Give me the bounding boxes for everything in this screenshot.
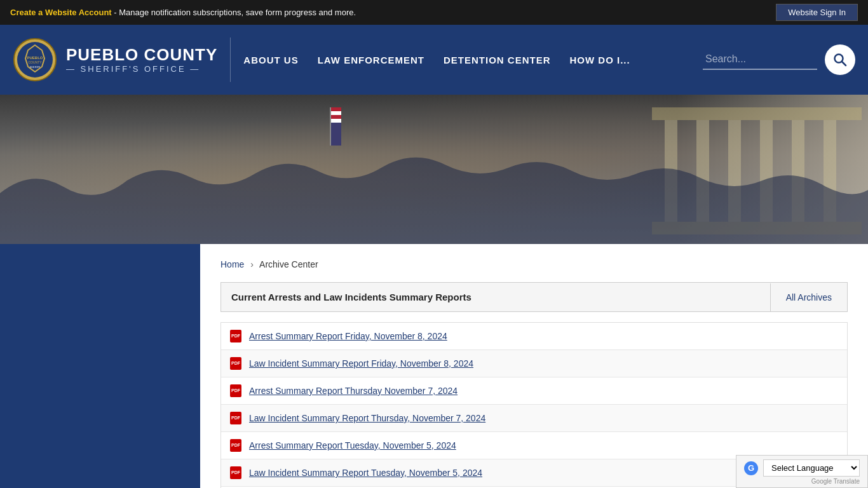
nav-item-law-enforcement[interactable]: LAW ENFORCEMENT	[318, 50, 424, 71]
pdf-icon: PDF	[230, 357, 241, 370]
report-link[interactable]: Arrest Summary Report Thursday November …	[249, 386, 458, 396]
banner-message: Create a Website Account - Manage notifi…	[10, 8, 356, 17]
org-main-title: PUEBLO COUNTY	[66, 46, 217, 64]
crowd-silhouette-icon	[0, 142, 868, 244]
sheriff-badge-icon: PUEBLO COUNTY SHERIFF	[13, 37, 57, 82]
archive-section-title: Current Arrests and Law Incidents Summar…	[221, 283, 770, 311]
translate-inner: G Select Language Spanish French German …	[736, 455, 868, 488]
breadcrumb-home-link[interactable]: Home	[220, 259, 244, 269]
svg-line-7	[842, 62, 846, 65]
breadcrumb: Home › Archive Center	[220, 259, 848, 269]
search-button[interactable]	[825, 44, 855, 75]
translate-powered-by: Google Translate	[744, 478, 860, 485]
hero-image	[0, 95, 868, 244]
pdf-icon: PDF	[230, 466, 241, 479]
svg-text:PUEBLO: PUEBLO	[27, 56, 43, 60]
report-link[interactable]: Arrest Summary Report Tuesday, November …	[249, 440, 456, 451]
main-content: Home › Archive Center Current Arrests an…	[200, 244, 868, 488]
google-g-icon: G	[744, 461, 758, 475]
breadcrumb-separator: ›	[250, 259, 254, 269]
report-link[interactable]: Law Incident Summary Report Friday, Nove…	[249, 358, 473, 369]
report-link[interactable]: Law Incident Summary Report Thursday, No…	[249, 413, 485, 423]
nav-divider	[230, 37, 231, 82]
svg-text:COUNTY: COUNTY	[28, 60, 42, 64]
breadcrumb-current: Archive Center	[259, 259, 318, 269]
pdf-icon: PDF	[230, 412, 241, 424]
search-icon	[833, 53, 847, 67]
banner-description: - Manage notification subscriptions, sav…	[114, 8, 356, 17]
org-name-block: PUEBLO COUNTY — SHERIFF'S OFFICE —	[66, 46, 217, 74]
pdf-icon: PDF	[230, 330, 241, 342]
search-area	[703, 44, 855, 75]
translate-row: G Select Language Spanish French German	[744, 459, 860, 477]
sign-in-button[interactable]: Website Sign In	[776, 4, 858, 21]
content-wrapper: Home › Archive Center Current Arrests an…	[0, 244, 868, 488]
translate-widget: G Select Language Spanish French German …	[736, 455, 868, 488]
report-link[interactable]: Arrest Summary Report Friday, November 8…	[249, 331, 447, 341]
create-account-link[interactable]: Create a Website Account	[10, 8, 112, 17]
report-item: PDF Law Incident Summary Report Friday, …	[221, 350, 847, 377]
nav-area: ABOUT US LAW ENFORCEMENT DETENTION CENTE…	[217, 37, 855, 82]
report-item: PDF Law Incident Summary Report Thursday…	[221, 405, 847, 432]
org-sub-title: — SHERIFF'S OFFICE —	[66, 64, 217, 74]
report-item: PDF Arrest Summary Report Friday, Novemb…	[221, 323, 847, 350]
logo-area: PUEBLO COUNTY SHERIFF PUEBLO COUNTY — SH…	[13, 37, 217, 82]
pdf-icon: PDF	[230, 439, 241, 452]
sidebar	[0, 244, 200, 488]
report-item: PDF Arrest Summary Report Thursday Novem…	[221, 377, 847, 405]
search-input[interactable]	[703, 50, 817, 70]
main-nav: ABOUT US LAW ENFORCEMENT DETENTION CENTE…	[243, 50, 703, 71]
top-banner: Create a Website Account - Manage notifi…	[0, 0, 868, 25]
nav-item-detention-center[interactable]: DETENTION CENTER	[444, 50, 551, 71]
nav-item-about-us[interactable]: ABOUT US	[243, 50, 298, 71]
nav-item-how-do-i[interactable]: HOW DO I...	[570, 50, 630, 71]
svg-text:SHERIFF: SHERIFF	[29, 65, 41, 69]
language-select[interactable]: Select Language Spanish French German	[763, 459, 860, 477]
archive-header: Current Arrests and Law Incidents Summar…	[220, 282, 848, 312]
american-flag-icon	[330, 107, 341, 146]
svg-rect-14	[652, 107, 862, 120]
pdf-icon: PDF	[230, 384, 241, 397]
site-header: PUEBLO COUNTY SHERIFF PUEBLO COUNTY — SH…	[0, 25, 868, 95]
report-link[interactable]: Law Incident Summary Report Tuesday, Nov…	[249, 468, 482, 478]
all-archives-link[interactable]: All Archives	[770, 283, 847, 311]
